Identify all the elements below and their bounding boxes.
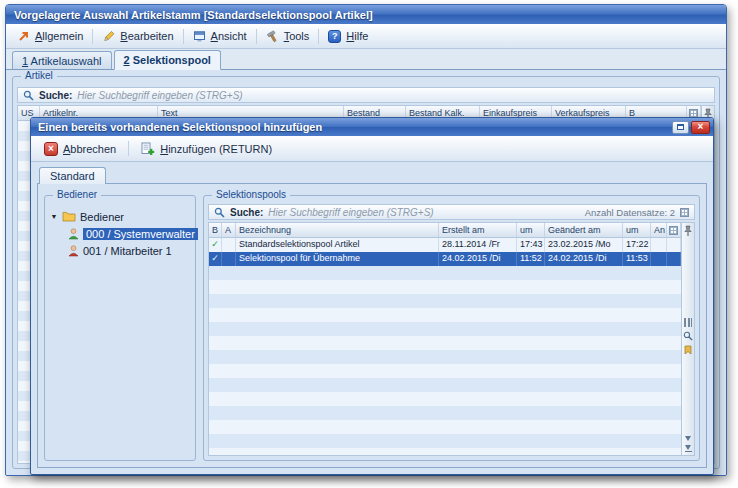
column-header-erstellt-am[interactable]: Erstellt am: [439, 223, 517, 237]
column-header-um-1[interactable]: um: [517, 223, 545, 237]
tab-artikelauswahl[interactable]: 1 Artikelauswahl: [12, 51, 112, 69]
user-icon: [68, 228, 79, 240]
tab-selektionspool[interactable]: 2 Selektionspool: [114, 50, 221, 70]
search-placeholder: Hier Suchbegriff eingeben (STRG+S): [268, 207, 433, 218]
selektionspools-group: Selektionspools Suche: Hier Suchbegriff …: [203, 195, 700, 461]
record-count: Anzahl Datensätze: 2: [585, 207, 675, 218]
view-icon: [193, 30, 206, 43]
restore-button[interactable]: [672, 121, 689, 134]
menu-bearbeiten[interactable]: Bearbeiten: [95, 28, 180, 45]
tabstrip: 1 Artikelauswahl 2 Selektionspool: [6, 49, 726, 70]
cell-bezeichnung: Selektionspool für Übernahme: [236, 252, 439, 266]
selektionspools-group-label: Selektionspools: [212, 189, 290, 200]
menu-ansicht[interactable]: Ansicht: [186, 28, 254, 45]
check-icon: ✓: [209, 238, 222, 252]
scroll-down-icon[interactable]: [685, 436, 691, 441]
bookmark-icon[interactable]: [684, 345, 692, 355]
menu-separator: [318, 29, 319, 44]
expander-icon[interactable]: ▼: [50, 213, 58, 220]
menu-separator: [256, 29, 257, 44]
menu-separator: [92, 29, 93, 44]
menu-allgemein[interactable]: Allgemein: [10, 28, 90, 45]
close-icon: ×: [698, 122, 704, 132]
column-header-bezeichnung[interactable]: Bezeichnung: [236, 223, 439, 237]
cell-geaendert-am: 23.02.2015 /Mo: [545, 238, 623, 252]
pools-grid-side-toolbar: [681, 223, 694, 455]
tab-standard[interactable]: Standard: [39, 167, 106, 184]
bediener-tree: ▼ Bediener 000 / Systemverwalter: [48, 208, 192, 259]
artikel-group-label: Artikel: [21, 70, 57, 81]
column-header-b[interactable]: B: [209, 223, 222, 237]
dialog-panel: Bediener ▼ Bediener: [37, 183, 707, 468]
window-title: Vorgelagerte Auswahl Artikelstamm [Stand…: [14, 9, 373, 21]
bediener-group: Bediener ▼ Bediener: [44, 195, 196, 461]
empty-rows: [209, 266, 681, 455]
columns-icon[interactable]: [684, 318, 692, 327]
dialog-title: Einen bereits vorhandenen Selektionspool…: [38, 121, 322, 133]
grid-options-icon[interactable]: [680, 208, 689, 217]
pools-grid: B A Bezeichnung Erstellt am um Geändert …: [208, 222, 695, 456]
tree-node-systemverwalter[interactable]: 000 / Systemverwalter: [48, 225, 192, 242]
pool-row-selektionspool-uebernahme[interactable]: ✓ Selektionspool für Übernahme 24.02.201…: [209, 252, 681, 266]
dialog-titlebar[interactable]: Einen bereits vorhandenen Selektionspool…: [31, 118, 713, 136]
scroll-bottom-icon[interactable]: [685, 445, 692, 453]
cell-um-1: 17:43: [517, 238, 545, 252]
toolbar-separator: [128, 141, 129, 156]
pools-search[interactable]: Suche: Hier Suchbegriff eingeben (STRG+S…: [208, 204, 695, 220]
bediener-group-label: Bediener: [53, 189, 101, 200]
cell-um-2: 17:22: [623, 238, 651, 252]
dialog-selektionspool-hinzufuegen: Einen bereits vorhandenen Selektionspool…: [30, 117, 714, 475]
add-icon: [141, 142, 155, 156]
menu-hilfe[interactable]: ? Hilfe: [321, 28, 375, 45]
column-header-geaendert-am[interactable]: Geändert am: [545, 223, 623, 237]
edit-pencil-icon: [102, 30, 115, 43]
hinzufuegen-button[interactable]: Hinzufügen (RETURN): [133, 139, 280, 159]
search-icon: [214, 207, 225, 218]
cell-um-2: 11:53: [623, 252, 651, 266]
menu-tools[interactable]: Tools: [259, 28, 317, 45]
cell-erstellt-am: 28.11.2014 /Fr: [439, 238, 517, 252]
dialog-toolbar: × Abbrechen Hinzufügen (RETURN): [31, 136, 713, 162]
search-label: Suche:: [39, 90, 72, 101]
dialog-body: Standard Bediener ▼ Bediener: [31, 162, 713, 474]
search-placeholder: Hier Suchbegriff eingeben (STRG+S): [77, 90, 242, 101]
main-window: Vorgelagerte Auswahl Artikelstamm [Stand…: [5, 4, 727, 476]
cancel-icon: ×: [44, 142, 58, 156]
menubar: Allgemein Bearbeiten Ansicht Tools ? Hil…: [6, 24, 726, 49]
artikel-search[interactable]: Suche: Hier Suchbegriff eingeben (STRG+S…: [17, 87, 715, 103]
column-header-a[interactable]: A: [222, 223, 236, 237]
cell-um-1: 11:52: [517, 252, 545, 266]
abbrechen-button[interactable]: × Abbrechen: [36, 139, 124, 159]
pool-row-standardselektionspool[interactable]: ✓ Standardselektionspool Artikel 28.11.2…: [209, 238, 681, 252]
restore-icon: [677, 124, 684, 130]
column-chooser-icon[interactable]: [667, 223, 681, 237]
tools-icon: [266, 30, 279, 43]
search-label: Suche:: [230, 207, 263, 218]
help-icon: ?: [328, 30, 341, 43]
tree-node-mitarbeiter-1[interactable]: 001 / Mitarbeiter 1: [48, 242, 192, 259]
tree-node-bediener[interactable]: ▼ Bediener: [48, 208, 192, 225]
go-arrow-icon: [17, 30, 30, 43]
folder-icon: [62, 211, 76, 222]
window-titlebar[interactable]: Vorgelagerte Auswahl Artikelstamm [Stand…: [6, 5, 726, 24]
pools-grid-rows: ✓ Standardselektionspool Artikel 28.11.2…: [209, 238, 681, 455]
menu-separator: [183, 29, 184, 44]
pin-icon[interactable]: [683, 225, 693, 237]
column-header-um-2[interactable]: um: [623, 223, 651, 237]
cell-erstellt-am: 24.02.2015 /Di: [439, 252, 517, 266]
column-header-an[interactable]: An: [651, 223, 667, 237]
check-icon: ✓: [209, 252, 222, 266]
pools-grid-header: B A Bezeichnung Erstellt am um Geändert …: [209, 223, 681, 238]
search-icon: [23, 90, 34, 101]
search-icon[interactable]: [683, 331, 693, 341]
cell-bezeichnung: Standardselektionspool Artikel: [236, 238, 439, 252]
close-button[interactable]: ×: [691, 121, 710, 134]
user-icon: [68, 245, 79, 257]
cell-geaendert-am: 24.02.2015 /Di: [545, 252, 623, 266]
